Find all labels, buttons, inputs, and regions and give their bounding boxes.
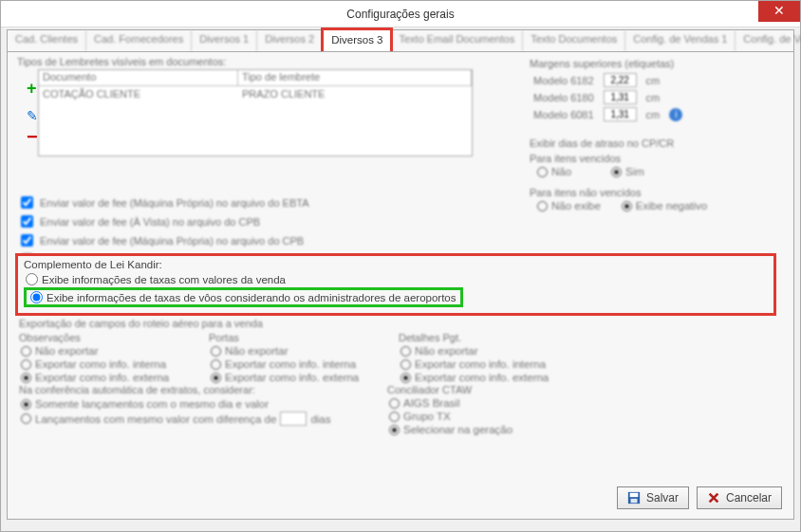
tab-diversos-3[interactable]: Diversos 3 — [321, 28, 393, 51]
col-detalhes: Detalhes Pgt. — [399, 332, 550, 343]
radio-kandir-aeroportos-highlight: Exibe informações de taxas de vôos consi… — [24, 287, 463, 307]
tab-config-vendas-2[interactable]: Config. de Vendas 2 — [736, 30, 801, 51]
remove-icon[interactable]: − — [27, 133, 38, 140]
vencidos-title: Para itens vencidos — [530, 153, 776, 164]
radio-obs-3[interactable]: Exportar como info. externa — [21, 372, 171, 383]
radio-nao-exibe[interactable]: Não exibe — [537, 200, 601, 211]
kandir-title: Complemento de Lei Kandir: — [24, 259, 768, 270]
page-body: Tipos de Lembretes visíveis em documento… — [7, 51, 794, 520]
check-fee-cpb-vista[interactable]: Enviar valor de fee (À Vista) no arquivo… — [17, 212, 386, 230]
col-documento: Documento — [39, 70, 238, 85]
radio-sim[interactable]: Sim — [611, 166, 644, 177]
tabs: Cad. Clientes Cad. Fornecedores Diversos… — [7, 29, 794, 51]
radio-det-2[interactable]: Exportar como info. interna — [400, 358, 550, 370]
svg-rect-1 — [630, 493, 639, 497]
group-export: Exportação de campos do roteio aéreo par… — [19, 318, 550, 385]
radio-extratos-1[interactable]: Somente lançamentos com o mesmo dia e va… — [21, 398, 380, 410]
col-obs: Observações — [19, 332, 171, 343]
tab-cad-fornecedores[interactable]: Cad. Fornecedores — [86, 30, 192, 51]
tab-config-vendas-1[interactable]: Config. de Vendas 1 — [625, 30, 736, 51]
group-atraso: Exibir dias de atraso no CP/CR Para iten… — [530, 138, 776, 215]
nao-vencidos-title: Para itens não vencidos — [530, 187, 776, 198]
tab-cad-clientes[interactable]: Cad. Clientes — [8, 30, 86, 51]
radio-kandir-aeroportos[interactable]: Exibe informações de taxas de vôos consi… — [30, 291, 456, 303]
model-row: Modelo 6182 cm — [531, 73, 688, 88]
tab-diversos-2[interactable]: Diversos 2 — [257, 30, 323, 51]
col-tipo: Tipo de lembrete — [238, 70, 472, 85]
radio-kandir-venda[interactable]: Exibe informações de taxas com valores d… — [26, 273, 768, 285]
radio-portas-1[interactable]: Não exportar — [211, 345, 361, 357]
radio-portas-3[interactable]: Exportar como info. externa — [211, 372, 361, 383]
radio-ctaw-3[interactable]: Selecionar na geração — [389, 424, 577, 435]
model-row: Modelo 6081 cm i — [531, 107, 688, 122]
extratos-dias-input[interactable] — [280, 412, 307, 426]
group-margens: Margens superiores (etiquetas) Modelo 61… — [530, 58, 776, 124]
radio-ctaw-1[interactable]: AIGS Brasil — [389, 397, 577, 409]
model-input[interactable] — [604, 73, 637, 87]
radio-ctaw-2[interactable]: Grupo TX — [389, 411, 577, 422]
radio-obs-1[interactable]: Não exportar — [21, 345, 171, 357]
model-name: Modelo 6180 — [531, 90, 600, 105]
cell-doc: COTAÇÃO CLIENTE — [39, 86, 238, 101]
window-title: Configurações gerais — [346, 8, 454, 21]
tab-diversos-1[interactable]: Diversos 1 — [192, 30, 257, 51]
col-portas: Portas — [209, 332, 361, 343]
radio-exibe-neg[interactable]: Exibe negativo — [622, 200, 707, 211]
save-button[interactable]: Salvar — [617, 486, 689, 509]
model-row: Modelo 6180 cm — [531, 90, 688, 105]
lembretes-grid[interactable]: Documento Tipo de lembrete COTAÇÃO CLIEN… — [38, 69, 473, 156]
model-name: Modelo 6182 — [531, 73, 600, 88]
radio-obs-2[interactable]: Exportar como info. interna — [21, 358, 171, 370]
window-root: Configurações gerais ✕ Cad. Clientes Cad… — [0, 0, 801, 532]
svg-rect-2 — [630, 499, 637, 503]
check-fee-cpb-maq[interactable]: Enviar valor de fee (Máquina Própria) no… — [17, 231, 386, 249]
unit: cm — [644, 90, 666, 105]
radio-extratos-2[interactable]: Lançamentos com mesmo valor com diferenç… — [21, 412, 380, 426]
check-fee-ebta[interactable]: Enviar valor de fee (Máquina Própria) no… — [17, 193, 386, 211]
margens-title: Margens superiores (etiquetas) — [530, 58, 776, 69]
radio-portas-2[interactable]: Exportar como info. interna — [211, 358, 361, 370]
tab-texto-email-doc[interactable]: Texto Email Documentos — [391, 30, 523, 51]
group-kandir-highlight: Complemento de Lei Kandir: Exibe informa… — [15, 253, 776, 316]
edit-icon[interactable]: ✎ — [27, 108, 38, 123]
radio-det-1[interactable]: Não exportar — [400, 345, 550, 357]
atraso-title: Exibir dias de atraso no CP/CR — [530, 138, 776, 149]
tab-texto-doc[interactable]: Texto Documentos — [523, 30, 625, 51]
close-button[interactable]: ✕ — [758, 1, 800, 22]
radio-det-3[interactable]: Exportar como info. externa — [400, 372, 550, 383]
titlebar: Configurações gerais ✕ — [1, 1, 800, 28]
save-icon — [627, 491, 641, 504]
model-input[interactable] — [604, 90, 637, 104]
add-icon[interactable]: + — [27, 79, 38, 99]
cancel-button[interactable]: Cancelar — [697, 486, 782, 509]
table-row[interactable]: COTAÇÃO CLIENTE PRAZO CLIENTE — [39, 86, 472, 101]
model-name: Modelo 6081 — [531, 107, 600, 122]
unit: cm — [644, 107, 666, 122]
model-input[interactable] — [604, 107, 637, 121]
lembretes-title: Tipos de Lembretes visíveis em documento… — [17, 56, 473, 67]
group-extratos: Na conferência automática de extratos, c… — [19, 384, 380, 428]
info-icon[interactable]: i — [669, 108, 682, 121]
cancel-icon — [707, 491, 720, 504]
unit: cm — [644, 73, 666, 88]
radio-nao[interactable]: Não — [537, 166, 571, 177]
ctaw-title: Conciliador CTAW — [387, 384, 577, 395]
group-ctaw: Conciliador CTAW AIGS Brasil Grupo TX Se… — [387, 384, 577, 437]
export-title: Exportação de campos do roteio aéreo par… — [19, 318, 550, 329]
footer: Salvar Cancelar — [617, 486, 782, 509]
extratos-title: Na conferência automática de extratos, c… — [19, 384, 380, 395]
cell-tipo: PRAZO CLIENTE — [238, 86, 328, 101]
